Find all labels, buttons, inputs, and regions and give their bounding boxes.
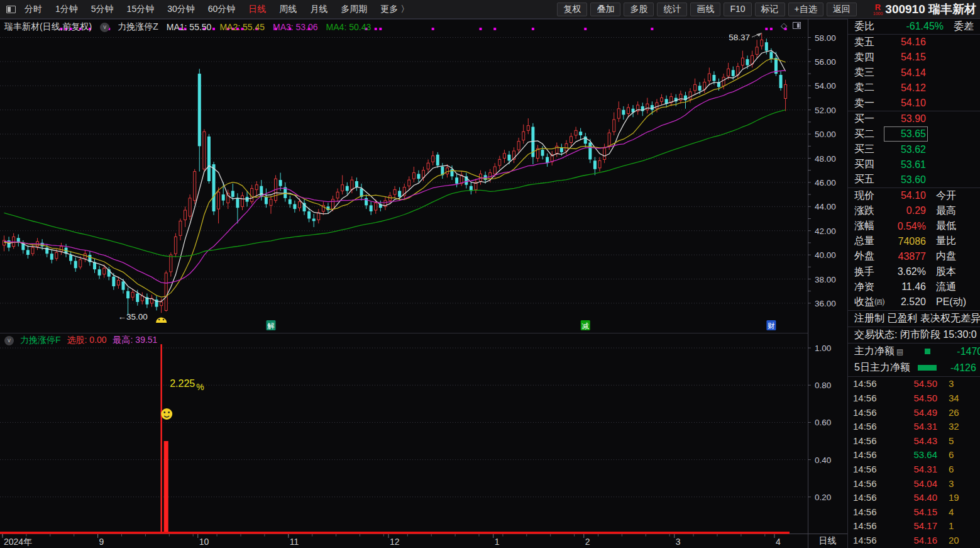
stat-row[interactable]: 总量74086量比 bbox=[848, 234, 980, 249]
buy-row[interactable]: 买三53.62 bbox=[848, 142, 980, 157]
action-menu-item[interactable]: 统计 bbox=[657, 3, 687, 16]
sell-row[interactable]: 卖一54.10 bbox=[848, 96, 980, 111]
stat-row[interactable]: 涨幅0.54%最低 bbox=[848, 218, 980, 233]
month-label: 3 bbox=[676, 537, 681, 547]
stat-row[interactable]: 换手3.62%股本 bbox=[848, 264, 980, 279]
diamond-icon[interactable]: ◇ bbox=[781, 21, 787, 30]
sell-row-price[interactable]: 54.16 bbox=[886, 36, 926, 48]
stat-row-price[interactable]: 74086 bbox=[886, 236, 926, 247]
sell-row-price[interactable]: 54.15 bbox=[886, 52, 926, 63]
action-menu-item[interactable]: 叠加 bbox=[590, 3, 620, 16]
window-icon[interactable] bbox=[6, 6, 16, 13]
stat-row-price[interactable]: 0.29 bbox=[886, 205, 926, 216]
tick-volume: 6 bbox=[949, 464, 954, 474]
ma-line-2 bbox=[4, 59, 786, 297]
stat-row-price[interactable]: 3.62% bbox=[886, 266, 926, 277]
stat-row-price[interactable]: 43877 bbox=[886, 251, 926, 262]
action-menu-item[interactable]: 返回 bbox=[827, 3, 857, 16]
trading-status: 交易状态: 闭市阶段 15:30:0 bbox=[848, 327, 980, 343]
weibi-row: 委比 -61.45% 委差 bbox=[848, 19, 980, 34]
indicator-series: 2.225% bbox=[0, 344, 790, 534]
tick-time: 14:56 bbox=[853, 435, 883, 446]
sub-indicator-name[interactable]: 力挽涨停F bbox=[20, 335, 61, 346]
period-menu-item[interactable]: 1分钟 bbox=[55, 4, 78, 15]
list-icon[interactable]: ▤ bbox=[896, 347, 903, 356]
stat-row-price[interactable]: 54.10 bbox=[886, 190, 926, 201]
buy-row[interactable]: 买二53.65 bbox=[848, 126, 980, 142]
period-menu-item[interactable]: 多周期 bbox=[341, 4, 367, 15]
action-menu-item[interactable]: 画线 bbox=[690, 3, 720, 16]
sell-row[interactable]: 卖五54.16 bbox=[848, 35, 980, 50]
time-sales-list[interactable]: 14:5654.50314:5654.503414:5654.492614:56… bbox=[848, 377, 980, 547]
period-menu-item[interactable]: 60分钟 bbox=[208, 4, 236, 15]
period-menu-item[interactable]: 5分钟 bbox=[91, 4, 114, 15]
buy-row-price[interactable]: 53.90 bbox=[886, 113, 926, 125]
period-menu-item[interactable]: 日线 bbox=[248, 4, 266, 15]
stat-row-label: 现价 bbox=[854, 189, 886, 203]
action-menu-item[interactable]: 多股 bbox=[624, 3, 654, 16]
action-menu: 复权叠加多股统计画线F10标记+自选返回 bbox=[557, 3, 856, 16]
period-menu-item[interactable]: 周线 bbox=[279, 4, 297, 15]
period-menu-item[interactable]: 更多 〉 bbox=[380, 4, 409, 15]
stat-row[interactable]: 涨跌0.29最高 bbox=[848, 203, 980, 218]
action-menu-item[interactable]: 标记 bbox=[755, 3, 785, 16]
buy-row[interactable]: 买四53.61 bbox=[848, 157, 980, 172]
sell-row-price[interactable]: 54.12 bbox=[886, 82, 926, 94]
period-label[interactable]: 日线 bbox=[808, 534, 847, 548]
sell-row-price[interactable]: 54.14 bbox=[886, 67, 926, 79]
stat-row-price[interactable]: 11.46 bbox=[886, 281, 926, 293]
period-menu-item[interactable]: 分时 bbox=[25, 4, 42, 15]
main-net5-label: 5日主力净额 bbox=[854, 361, 910, 374]
price-axis: 58.0056.0054.0052.0050.0048.0046.0044.00… bbox=[808, 33, 836, 308]
ma2-value: MA2: 55.45 bbox=[219, 22, 265, 32]
main-indicator-name[interactable]: 力挽涨停Z bbox=[118, 21, 158, 33]
buy-row-label: 买二 bbox=[854, 128, 886, 141]
stat-row-price[interactable]: 0.54% bbox=[886, 221, 926, 232]
tick-volume: 20 bbox=[949, 535, 959, 545]
main-net-value: -1470 bbox=[957, 346, 980, 357]
sell-row[interactable]: 卖二54.12 bbox=[848, 81, 980, 96]
period-menu-item[interactable]: 30分钟 bbox=[167, 4, 195, 15]
tick-time: 14:56 bbox=[853, 520, 883, 531]
action-menu-item[interactable]: F10 bbox=[724, 3, 751, 16]
buy-row[interactable]: 买五53.60 bbox=[848, 172, 980, 187]
action-menu-item[interactable]: 复权 bbox=[557, 3, 587, 16]
stat-row[interactable]: 收益㈣2.520PE(动) bbox=[848, 294, 980, 310]
tick-row: 14:5654.1620 bbox=[848, 533, 980, 547]
sell-row[interactable]: 卖四54.15 bbox=[848, 50, 980, 65]
indicator-tick-label: 0.80 bbox=[815, 381, 831, 390]
svg-text:%: % bbox=[196, 382, 204, 392]
buy-row-price[interactable]: 53.65 bbox=[886, 128, 926, 140]
event-marker-减[interactable]: 减 bbox=[581, 320, 590, 330]
buy-row-price[interactable]: 53.62 bbox=[886, 144, 926, 155]
sell-row-price[interactable]: 54.10 bbox=[886, 98, 926, 109]
tick-volume: 6 bbox=[949, 449, 954, 460]
stat-row[interactable]: 外盘43877内盘 bbox=[848, 249, 980, 264]
smiley-icon bbox=[161, 408, 172, 420]
tick-time: 14:56 bbox=[853, 464, 883, 474]
tick-price: 54.50 bbox=[883, 393, 937, 403]
indicator-axis: 1.000.800.600.400.20 bbox=[0, 344, 831, 502]
event-marker-财[interactable]: 财 bbox=[766, 320, 776, 330]
percent-annotation: 2.225 bbox=[170, 378, 195, 389]
buy-row-price[interactable]: 53.61 bbox=[886, 159, 926, 171]
sell-row[interactable]: 卖三54.14 bbox=[848, 65, 980, 81]
period-menu-item[interactable]: 月线 bbox=[310, 4, 328, 15]
period-menu-item[interactable]: 15分钟 bbox=[127, 4, 155, 15]
expand-window-icon[interactable] bbox=[793, 22, 801, 29]
ma-line-4 bbox=[4, 110, 786, 257]
price-tick-label: 52.00 bbox=[815, 106, 836, 115]
collapse-subpanel-icon[interactable]: ˅ bbox=[4, 336, 14, 345]
buy-row[interactable]: 买一53.90 bbox=[848, 111, 980, 126]
month-label: 12 bbox=[390, 537, 400, 547]
high-annotation: 58.37 bbox=[729, 33, 750, 42]
stat-row-price[interactable]: 2.520 bbox=[886, 296, 926, 308]
stat-row[interactable]: 现价54.10今开 bbox=[848, 188, 980, 203]
action-menu-item[interactable]: +自选 bbox=[788, 3, 823, 16]
event-marker-解[interactable]: 解 bbox=[266, 320, 275, 330]
collapse-indicator-icon[interactable]: ˅ bbox=[100, 23, 109, 32]
buy-row-price[interactable]: 53.60 bbox=[886, 174, 926, 186]
main-chart[interactable]: 58.0056.0054.0052.0050.0048.0046.0044.00… bbox=[0, 0, 847, 548]
indicator-panel-header: ˅ 力挽涨停F 选股: 0.00 最高: 39.51 bbox=[4, 335, 157, 346]
stat-row[interactable]: 净资11.46流通 bbox=[848, 279, 980, 294]
